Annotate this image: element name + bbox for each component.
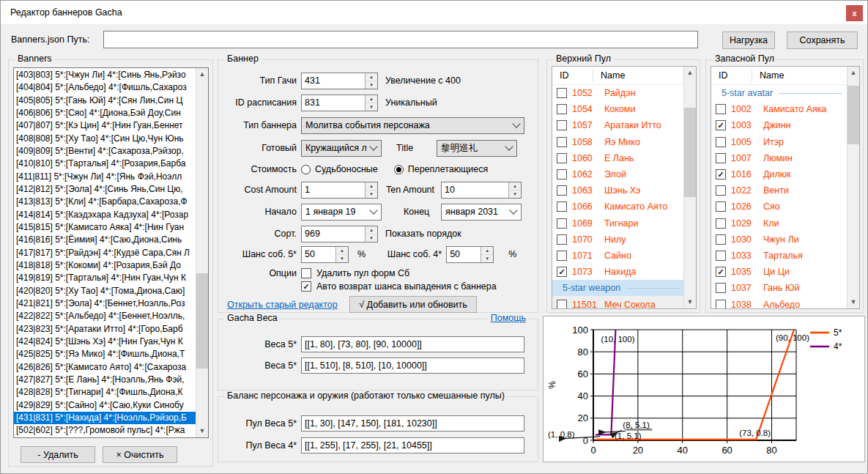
delete-banner-button[interactable]: - Удалить [21, 446, 95, 463]
scroll-down-icon[interactable]: ▼ [684, 296, 696, 308]
scroll-thumb[interactable] [196, 273, 208, 369]
banner-list-item[interactable]: [418|818] 5*:[Кокоми] 4*:[Розария,Бэй До [14, 259, 196, 272]
pool-row[interactable]: 1063Шэнь Хэ [552, 182, 683, 199]
row-checkbox[interactable] [716, 120, 726, 130]
cost-radio-intertwined[interactable] [394, 165, 404, 174]
pool-row[interactable]: 1069Тигнари [552, 215, 683, 232]
pool-row[interactable]: 1035Ци Ци [711, 264, 847, 280]
row-checkbox[interactable] [716, 169, 726, 179]
title-select[interactable]: 黎明巡礼 [437, 140, 517, 157]
banner-list-item[interactable]: [425|825] 5*:[Яэ Мико] 4*:[Фишль,Диона,Т [14, 348, 196, 360]
chance5-spinner[interactable]: 50 ▲▼ [301, 246, 349, 263]
row-checkbox[interactable] [716, 300, 726, 308]
pool-row[interactable]: 1070Нилу [552, 232, 683, 248]
pool-row[interactable]: 1002Камисато Аяка [711, 101, 847, 117]
row-checkbox[interactable] [716, 251, 726, 261]
pool-row[interactable]: 1016Дилюк [711, 166, 847, 182]
cost-amount-spinner[interactable]: 1 ▲▼ [301, 182, 378, 199]
pool-row[interactable]: 1054Кокоми [552, 101, 683, 117]
spin-up-icon[interactable]: ▲ [336, 247, 348, 255]
sort-spinner[interactable]: 969 ▲▼ [301, 226, 378, 242]
row-checkbox[interactable] [716, 185, 726, 196]
row-checkbox[interactable] [716, 104, 726, 114]
row-checkbox[interactable] [557, 267, 567, 277]
pool-row[interactable]: 1033Тарталья [711, 248, 847, 264]
pool-row[interactable]: 1066Камисато Аято [552, 199, 683, 215]
scroll-down-icon[interactable]: ▼ [196, 425, 208, 437]
ten-amount-spinner[interactable]: 10 ▲▼ [441, 182, 522, 199]
pool-row[interactable]: 1038Альбедо [711, 296, 847, 308]
banner-list-item[interactable]: [422|822] 5*:[Альбедо] 4*:[Беннет,Ноэлль… [14, 310, 196, 322]
column-header-id[interactable]: ID [552, 69, 593, 82]
banner-list-item[interactable]: [404|804] 5*:[Альбедо] 4*:[Фишль,Сахароз [14, 81, 196, 94]
chance4-spinner[interactable]: 50 ▲▼ [446, 246, 494, 263]
fallback-pool-table[interactable]: ID Name 5-star avatar1002Камисато Аяка10… [711, 66, 860, 309]
row-checkbox[interactable] [716, 218, 726, 229]
close-icon[interactable]: x [846, 5, 863, 21]
gacha-type-spinner[interactable]: 431 ▲▼ [301, 73, 378, 89]
spin-up-icon[interactable]: ▲ [509, 182, 521, 190]
banner-list-item[interactable]: [419|819] 5*:[Тарталья] 4*:[Нин Гуан,Чун… [14, 272, 196, 284]
save-button[interactable]: Сохранять [787, 32, 858, 49]
banner-list-item[interactable]: [426|826] 5*:[Камисато Аято] 4*:[Сахароз… [14, 361, 196, 374]
pool-row[interactable]: 1003Джинн [711, 117, 847, 133]
banner-list-item[interactable]: [421|821] 5*:[Эола] 4*:[Беннет,Ноэлль,Ро… [14, 297, 196, 310]
spin-up-icon[interactable]: ▲ [366, 226, 377, 234]
pool-row[interactable]: 1073Нахида [552, 264, 683, 280]
help-link[interactable]: Помощь [488, 313, 529, 323]
cost-radio-acquaint[interactable] [301, 165, 311, 174]
row-checkbox[interactable] [557, 234, 567, 245]
spin-up-icon[interactable]: ▲ [366, 95, 377, 103]
pool-row[interactable]: 1060Е Лань [552, 150, 683, 166]
pool-row[interactable]: 1026Сяо [711, 199, 847, 215]
row-checkbox[interactable] [716, 283, 726, 293]
banner-list-item[interactable]: [413|813] 5*:[Кли] 4*:[Барбара,Сахароза,… [14, 196, 196, 208]
banner-list-item[interactable]: [416|816] 5*:[Ёимия] 4*:[Саю,Диона,Синь [14, 234, 196, 246]
schedule-id-spinner[interactable]: 831 ▲▼ [301, 95, 378, 111]
auto-return-checkbox[interactable] [301, 281, 311, 292]
path-input[interactable] [103, 31, 698, 48]
spin-down-icon[interactable]: ▼ [366, 81, 377, 89]
pool-weights4-input[interactable] [301, 437, 524, 453]
weights5-input[interactable] [301, 336, 524, 352]
spin-down-icon[interactable]: ▼ [336, 255, 348, 262]
pool-row[interactable]: 1058Яэ Мико [552, 134, 683, 150]
pool-row[interactable]: 1057Аратаки Итто [552, 117, 683, 133]
pool-row[interactable]: 11501Меч Сокола [552, 296, 683, 308]
remove-pool-checkbox[interactable] [301, 268, 311, 278]
row-checkbox[interactable] [557, 218, 567, 229]
banner-list-item[interactable]: [415|815] 5*:[Камисато Аяка] 4*:[Нин Гуа… [14, 221, 196, 234]
row-checkbox[interactable] [557, 201, 567, 212]
upper-pool-scrollbar[interactable]: ▲ ▼ [683, 67, 696, 308]
banner-list-item[interactable]: [409|809] 5*:[Венти] 4*:[Сахароза,Рэйзор… [14, 145, 196, 158]
row-checkbox[interactable] [716, 137, 726, 147]
row-checkbox[interactable] [557, 169, 567, 179]
row-checkbox[interactable] [716, 234, 726, 245]
scroll-up-icon[interactable]: ▲ [684, 67, 696, 79]
fallback-pool-scrollbar[interactable]: ▲ ▼ [847, 67, 859, 308]
row-checkbox[interactable] [557, 153, 567, 163]
upper-pool-table[interactable]: ID Name 1052Райдэн1054Кокоми1057Аратаки … [552, 66, 697, 309]
banner-list-item[interactable]: [411|811] 5*:[Чжун Ли] 4*:[Янь Фэй,Ноэлл [14, 171, 196, 183]
load-button[interactable]: Нагрузка [722, 32, 775, 49]
pool-row[interactable]: 1062Элой [552, 166, 683, 182]
scroll-down-icon[interactable]: ▼ [847, 296, 859, 308]
spin-up-icon[interactable]: ▲ [481, 247, 493, 255]
banner-list-item[interactable]: [405|805] 5*:[Гань Юй] 4*:[Сян Лин,Син Ц [14, 95, 196, 107]
banner-list-item[interactable]: [412|812] 5*:[Эола] 4*:[Синь Янь,Син Цю, [14, 183, 196, 196]
banner-list-item[interactable]: [403|803] 5*:[Чжун Ли] 4*:[Синь Янь,Рэйз… [14, 69, 196, 81]
row-checkbox[interactable] [557, 137, 567, 147]
scroll-thumb[interactable] [847, 86, 859, 144]
row-checkbox[interactable] [716, 267, 726, 277]
row-checkbox[interactable] [557, 104, 567, 114]
pool-row[interactable]: 1030Чжун Ли [711, 232, 847, 248]
banner-list-item[interactable]: [424|824] 5*:[Шэнь Хэ] 4*:[Нин Гуан,Чун … [14, 336, 196, 348]
banner-list-item[interactable]: [420|820] 5*:[Ху Тао] 4*:[Тома,Диона,Саю… [14, 285, 196, 297]
pool-row[interactable]: 1029Кли [711, 215, 847, 232]
banner-list-item[interactable]: [410|810] 5*:[Тарталья] 4*:[Розария,Барб… [14, 158, 196, 170]
scroll-up-icon[interactable]: ▲ [196, 68, 208, 81]
end-date-select[interactable]: января 2031 [441, 204, 522, 221]
banner-list-item[interactable]: [407|807] 5*:[Кэ Цин] 4*:[Нин Гуан,Бенне… [14, 119, 196, 132]
banners-listbox[interactable]: [403|803] 5*:[Чжун Ли] 4*:[Синь Янь,Рэйз… [13, 67, 209, 438]
row-checkbox[interactable] [557, 120, 567, 130]
